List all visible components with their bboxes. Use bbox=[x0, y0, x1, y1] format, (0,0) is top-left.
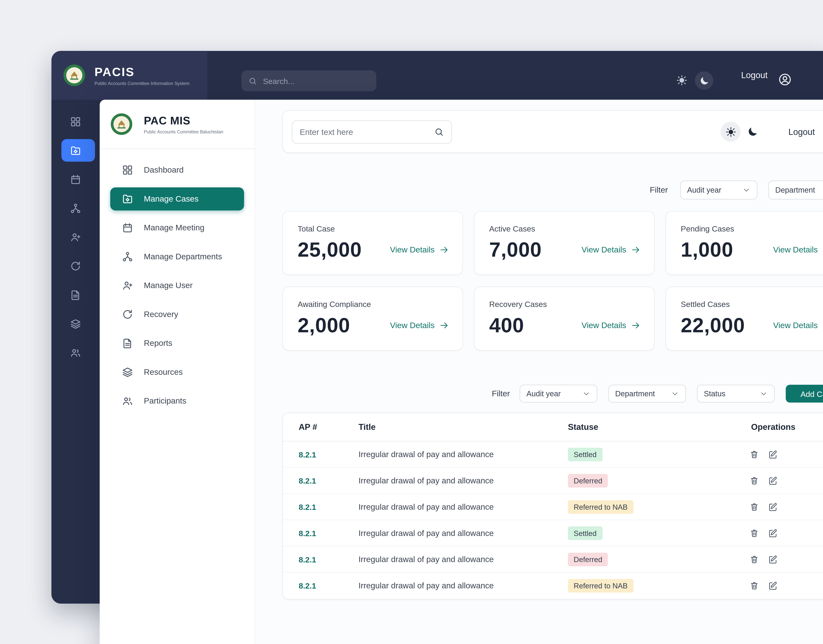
ap-number-link[interactable]: 8.2.1 bbox=[299, 450, 316, 459]
row-operations bbox=[749, 528, 777, 538]
ap-number-link[interactable]: 8.2.1 bbox=[299, 581, 316, 590]
stats-filter-row: Filter Audit year Department bbox=[255, 181, 823, 199]
light-mode-toggle[interactable] bbox=[721, 122, 741, 142]
status-badge: Deferred bbox=[568, 474, 608, 488]
trash-icon[interactable] bbox=[749, 502, 759, 512]
sidebar-menu-item[interactable]: Manage Cases bbox=[110, 187, 244, 210]
view-details-link[interactable]: View Details bbox=[582, 320, 641, 330]
sidebar-menu-item[interactable]: Manage Meeting bbox=[110, 216, 244, 239]
dashboard-grid-icon bbox=[70, 116, 81, 127]
rail-item[interactable] bbox=[51, 280, 100, 309]
user-avatar-icon[interactable] bbox=[778, 72, 792, 86]
sidebar-menu-item[interactable]: Manage User bbox=[110, 274, 244, 297]
ap-number-link[interactable]: 8.2.1 bbox=[299, 555, 316, 564]
table-header: AP # Title Statuse Operations bbox=[283, 413, 823, 442]
rail-item[interactable] bbox=[51, 193, 100, 222]
edit-icon[interactable] bbox=[768, 581, 777, 590]
sidebar-menu-item[interactable]: Resources bbox=[110, 360, 244, 383]
filter-dropdown[interactable]: Audit year bbox=[520, 385, 598, 403]
dark-search-bar[interactable] bbox=[241, 70, 376, 91]
search-icon bbox=[248, 77, 257, 85]
edit-icon[interactable] bbox=[768, 449, 777, 459]
sidebar-menu-item[interactable]: Recovery bbox=[110, 303, 244, 326]
sidebar-menu-item[interactable]: Participants bbox=[110, 389, 244, 412]
edit-icon[interactable] bbox=[768, 554, 777, 564]
sidebar-menu-item[interactable]: Dashboard bbox=[110, 158, 244, 182]
calendar-icon bbox=[70, 173, 81, 185]
logout-button[interactable]: Logout bbox=[788, 111, 815, 153]
dark-mode-toggle[interactable] bbox=[695, 71, 713, 90]
chevron-down-icon bbox=[582, 389, 590, 398]
ap-number-link[interactable]: 8.2.1 bbox=[299, 502, 316, 511]
rail-item[interactable] bbox=[51, 165, 100, 194]
reports-icon bbox=[70, 289, 81, 301]
sidebar-menu-item[interactable]: Reports bbox=[110, 332, 244, 355]
view-details-link[interactable]: View Details bbox=[390, 245, 449, 255]
add-case-button[interactable]: Add Case bbox=[786, 385, 823, 403]
sidebar-brand: PAC MIS Public Accounts Committee Baluch… bbox=[100, 100, 254, 135]
chevron-down-icon bbox=[671, 389, 679, 398]
trash-icon[interactable] bbox=[749, 528, 759, 538]
recovery-icon bbox=[122, 309, 133, 320]
arrow-right-icon bbox=[631, 245, 641, 255]
row-operations bbox=[749, 554, 777, 564]
filter-dropdown[interactable]: Department bbox=[768, 181, 823, 199]
view-details-link[interactable]: View Details bbox=[773, 320, 823, 330]
dark-logout-button[interactable]: Logout bbox=[741, 51, 768, 100]
panel-title: PAC MIS bbox=[144, 114, 223, 127]
filter-dropdown[interactable]: Status bbox=[697, 385, 775, 403]
status-badge: Settled bbox=[568, 448, 602, 461]
desktop-stage: PACIS Public Accounts Committee Informat… bbox=[0, 0, 823, 644]
trash-icon[interactable] bbox=[749, 449, 759, 459]
rail-item[interactable] bbox=[51, 222, 100, 251]
trash-icon[interactable] bbox=[749, 581, 759, 590]
rail-item[interactable] bbox=[51, 251, 100, 281]
content-search-input[interactable] bbox=[300, 127, 434, 137]
stat-card: Awaiting Compliance 2,000 View Details bbox=[282, 287, 463, 351]
status-badge: Settled bbox=[568, 526, 602, 540]
sidebar-menu: Dashboard Manage Cases Manage Meeting Ma… bbox=[100, 149, 254, 412]
rail-item[interactable] bbox=[51, 136, 100, 165]
column-header-title: Title bbox=[359, 422, 375, 432]
rail-item[interactable] bbox=[51, 107, 100, 136]
light-mode-sun-icon[interactable] bbox=[676, 75, 688, 86]
participants-icon bbox=[70, 347, 81, 358]
sidebar: PAC MIS Public Accounts Committee Baluch… bbox=[100, 100, 255, 644]
stat-title: Settled Cases bbox=[681, 300, 823, 309]
dark-search-input[interactable] bbox=[263, 77, 369, 85]
case-title: Irregular drawal of pay and allowance bbox=[359, 528, 494, 538]
stat-title: Pending Cases bbox=[681, 224, 823, 233]
filter-dropdown[interactable]: Department bbox=[608, 385, 686, 403]
ap-number-link[interactable]: 8.2.1 bbox=[299, 529, 316, 538]
status-badge: Referred to NAB bbox=[568, 579, 633, 593]
chevron-down-icon bbox=[760, 389, 768, 398]
stat-value: 25,000 bbox=[297, 238, 362, 261]
ap-number-link[interactable]: 8.2.1 bbox=[299, 476, 316, 485]
case-title: Irregular drawal of pay and allowance bbox=[359, 476, 494, 485]
edit-icon[interactable] bbox=[768, 528, 777, 538]
edit-icon[interactable] bbox=[768, 476, 777, 485]
filter-dropdown[interactable]: Audit year bbox=[680, 181, 757, 199]
table-row: 8.2.1 Irregular drawal of pay and allowa… bbox=[283, 573, 823, 599]
search-icon bbox=[434, 127, 444, 137]
view-details-link[interactable]: View Details bbox=[582, 245, 641, 255]
stat-title: Recovery Cases bbox=[489, 300, 640, 309]
dark-mode-moon-icon[interactable] bbox=[747, 126, 759, 138]
stat-card: Recovery Cases 400 View Details bbox=[474, 287, 654, 351]
row-operations bbox=[749, 581, 777, 590]
app-subtitle: Public Accounts Committee Information Sy… bbox=[95, 81, 190, 86]
table-row: 8.2.1 Irregular drawal of pay and allowa… bbox=[283, 468, 823, 494]
edit-icon[interactable] bbox=[768, 502, 777, 512]
rail-item[interactable] bbox=[51, 309, 100, 338]
view-details-link[interactable]: View Details bbox=[390, 320, 449, 330]
sidebar-menu-item[interactable]: Manage Departments bbox=[110, 245, 244, 268]
arrow-right-icon bbox=[439, 245, 449, 255]
rail-item[interactable] bbox=[51, 338, 100, 367]
view-details-link[interactable]: View Details bbox=[773, 245, 823, 255]
content-search-bar[interactable] bbox=[292, 120, 452, 144]
filter-label: Filter bbox=[492, 385, 510, 403]
trash-icon[interactable] bbox=[749, 554, 759, 564]
stat-value: 2,000 bbox=[297, 314, 350, 337]
trash-icon[interactable] bbox=[749, 476, 759, 485]
case-title: Irregular drawal of pay and allowance bbox=[359, 502, 494, 512]
